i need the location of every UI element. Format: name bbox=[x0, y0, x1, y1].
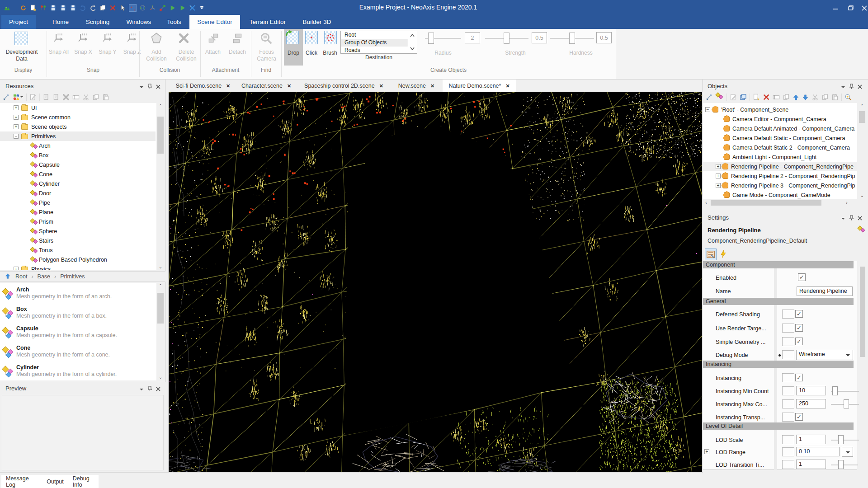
objects-menu-icon[interactable] bbox=[841, 84, 845, 90]
resources-tree-scrollbar[interactable]: ⌃ ⌄ bbox=[156, 103, 165, 270]
snap-all-button[interactable]: Snap All bbox=[47, 49, 71, 56]
name-field[interactable]: Rendering Pipeline bbox=[797, 286, 853, 296]
detach-button[interactable]: Detach bbox=[226, 49, 249, 56]
lod-range-dropdown-button[interactable] bbox=[842, 447, 853, 457]
hardness-slider-handle[interactable] bbox=[569, 33, 575, 44]
use-render-target-checkbox[interactable]: ✓ bbox=[795, 324, 803, 332]
resources-edit-icon[interactable] bbox=[29, 94, 37, 101]
objects-rename-icon[interactable] bbox=[773, 94, 780, 101]
tab-windows[interactable]: Windows bbox=[118, 15, 159, 29]
breadcrumb-primitives[interactable]: Primitives bbox=[60, 273, 85, 280]
destination-option-root[interactable]: Root bbox=[341, 31, 417, 39]
category-component[interactable]: Component bbox=[703, 261, 854, 268]
attach-button[interactable]: Attach bbox=[203, 49, 223, 56]
objects-search-icon[interactable] bbox=[844, 94, 852, 101]
radius-slider-handle[interactable] bbox=[428, 33, 434, 44]
destination-option-group[interactable]: Group Of Objects bbox=[341, 39, 417, 47]
tree-item-ui[interactable]: +UI bbox=[0, 103, 156, 113]
objects-cut-icon[interactable] bbox=[811, 94, 819, 101]
object-item-camera-default-static[interactable]: Camera Default Static - Component_Camera bbox=[703, 133, 857, 143]
lod-scale-handle[interactable] bbox=[838, 435, 844, 444]
scene-tab-scifi[interactable]: Sci-fi Demo.scene✕ bbox=[171, 80, 235, 92]
breadcrumb-root[interactable]: Root bbox=[15, 273, 27, 280]
objects-copy-icon[interactable] bbox=[821, 94, 829, 101]
tree-item-scene-objects[interactable]: +Scene objects bbox=[0, 122, 156, 131]
resources-menu-icon[interactable] bbox=[139, 84, 144, 90]
tab-project[interactable]: Project bbox=[1, 15, 36, 29]
delete-collision-button[interactable]: Delete Collision bbox=[172, 49, 201, 62]
resources-filter-icon[interactable] bbox=[13, 94, 24, 101]
tree-item-cone[interactable]: Cone bbox=[0, 169, 156, 179]
tab-output[interactable]: Output bbox=[47, 479, 64, 485]
lod-range-field[interactable]: 0 10 bbox=[796, 447, 840, 456]
tree-item-primitives[interactable]: −Primitives bbox=[0, 131, 156, 141]
resources-close-icon[interactable] bbox=[156, 84, 160, 90]
radius-value-box[interactable]: 2 bbox=[465, 32, 480, 43]
tree-item-sphere[interactable]: Sphere bbox=[0, 226, 156, 236]
scene-tab-character[interactable]: Character.scene✕ bbox=[239, 80, 294, 92]
brush-button[interactable]: Brush bbox=[320, 50, 340, 56]
scene-tab-new[interactable]: New.scene✕ bbox=[394, 80, 439, 92]
simple-geometry-checkbox[interactable]: ✓ bbox=[795, 338, 803, 345]
tree-item-arch[interactable]: Arch bbox=[0, 141, 156, 150]
object-item-game-mode[interactable]: Game Mode - Component_GameMode bbox=[703, 190, 857, 199]
object-item-rendering-pipeline-3[interactable]: +Rendering Pipeline 3 - Component_Render… bbox=[703, 181, 857, 190]
strength-value-box[interactable]: 0.5 bbox=[532, 32, 547, 43]
category-instancing[interactable]: Instancing bbox=[703, 361, 854, 368]
tree-item-pipe[interactable]: Pipe bbox=[0, 198, 156, 207]
close-button[interactable] bbox=[858, 5, 868, 11]
objects-settings-icon[interactable] bbox=[706, 94, 713, 101]
tree-item-physics[interactable]: +Physics bbox=[0, 264, 156, 270]
snap-x-button[interactable]: Snap X bbox=[71, 49, 95, 56]
tree-item-capsule[interactable]: Capsule bbox=[0, 160, 156, 169]
snap-y-button[interactable]: Snap Y bbox=[96, 49, 119, 56]
list-item-capsule[interactable]: CapsuleMesh geometry in the form of a ca… bbox=[0, 325, 154, 343]
objects-new-icon[interactable] bbox=[753, 94, 760, 101]
resources-import-icon[interactable] bbox=[42, 94, 50, 101]
instancing-transparent-checkbox[interactable]: ✓ bbox=[795, 413, 803, 421]
scene-viewport[interactable] bbox=[169, 92, 702, 472]
settings-menu-icon[interactable] bbox=[841, 216, 845, 222]
objects-tree-vscrollbar[interactable]: ⌃ ⌄ bbox=[858, 103, 866, 199]
tree-item-prism[interactable]: Prism bbox=[0, 217, 156, 226]
objects-delete-icon[interactable] bbox=[763, 94, 770, 101]
tab-terrain-editor[interactable]: Terrain Editor bbox=[240, 15, 295, 29]
list-item-cone[interactable]: ConeMesh geometry in the form of a cone. bbox=[0, 345, 154, 363]
object-item-root[interactable]: −'Root' - Component_Scene bbox=[703, 105, 857, 114]
instancing-min-count-field[interactable]: 10 bbox=[796, 386, 826, 395]
resources-delete-icon[interactable] bbox=[62, 94, 70, 101]
instancing-max-count-handle[interactable] bbox=[844, 399, 849, 408]
object-item-rendering-pipeline[interactable]: +Rendering Pipeline - Component_Renderin… bbox=[703, 162, 857, 171]
destination-option-roads[interactable]: Roads bbox=[341, 47, 417, 54]
destination-scrollbar[interactable] bbox=[408, 31, 417, 53]
list-item-cylinder[interactable]: CylinderMesh geometry in the form of a c… bbox=[0, 364, 154, 380]
objects-pin-icon[interactable] bbox=[849, 84, 854, 90]
drop-button[interactable]: Drop bbox=[284, 50, 303, 56]
tab-home[interactable]: Home bbox=[43, 15, 78, 29]
deferred-shading-checkbox[interactable]: ✓ bbox=[795, 310, 803, 318]
development-data-button[interactable]: Development Data bbox=[0, 49, 43, 62]
instancing-min-count-handle[interactable] bbox=[832, 386, 838, 395]
settings-events-button[interactable] bbox=[719, 249, 729, 259]
lod-scale-field[interactable]: 1 bbox=[796, 435, 826, 444]
settings-pin-icon[interactable] bbox=[849, 215, 854, 222]
objects-mesh-icon[interactable] bbox=[716, 93, 724, 102]
resources-rename-icon[interactable] bbox=[72, 94, 80, 101]
scene-tab-nature-demo[interactable]: Nature Demo.scene*✕ bbox=[443, 80, 516, 92]
object-item-camera-editor[interactable]: Camera Editor - Component_Camera bbox=[703, 114, 857, 124]
tab-scene-editor[interactable]: Scene Editor bbox=[189, 15, 240, 29]
category-level-of-detail[interactable]: Level Of Detail bbox=[703, 422, 854, 430]
enabled-checkbox[interactable]: ✓ bbox=[798, 273, 806, 281]
objects-window-icon[interactable] bbox=[740, 94, 747, 101]
list-item-arch[interactable]: ArchMesh geometry in the form of an arch… bbox=[0, 286, 154, 305]
object-item-camera-default-static-2[interactable]: Camera Default Static 2 - Component_Came… bbox=[703, 143, 857, 152]
objects-move-down-icon[interactable] bbox=[802, 94, 809, 101]
preview-close-icon[interactable] bbox=[156, 386, 160, 393]
resources-pin-icon[interactable] bbox=[148, 84, 152, 90]
hardness-value-box[interactable]: 0.5 bbox=[596, 32, 612, 43]
preview-menu-icon[interactable] bbox=[139, 386, 144, 393]
tree-item-plane[interactable]: Plane bbox=[0, 207, 156, 217]
strength-slider-handle[interactable] bbox=[504, 33, 509, 44]
add-collision-button[interactable]: Add Collision bbox=[142, 49, 170, 62]
restore-button[interactable] bbox=[843, 5, 857, 11]
